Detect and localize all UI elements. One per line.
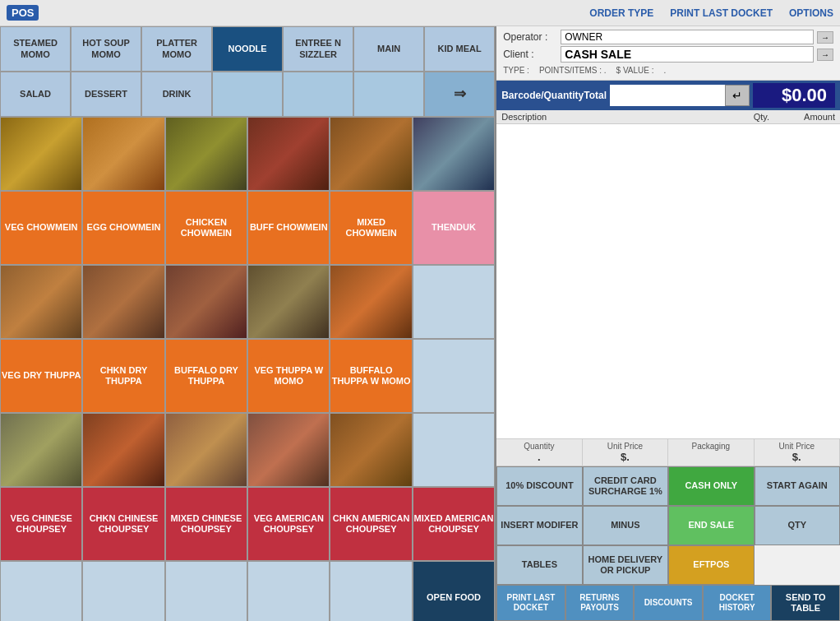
btn-10pct-discount[interactable]: 10% Discount <box>496 466 582 506</box>
client-row: Client : CASH SALE → <box>503 46 833 63</box>
product-empty-r7c2 <box>82 561 164 621</box>
btn-returns-payouts[interactable]: RETURNS PAYOUTS <box>565 585 635 621</box>
table-headers: Description Qty. Amount <box>496 110 840 124</box>
operator-value: OWNER <box>561 30 814 44</box>
barcode-label: Barcode/Quantity <box>501 90 584 101</box>
pos-logo[interactable]: POS <box>7 5 39 21</box>
cat-salad[interactable]: SALAD <box>0 72 71 117</box>
operator-info: Operator : OWNER → Client : CASH SALE → … <box>496 26 840 81</box>
product-image-7[interactable] <box>0 265 82 339</box>
product-image-12[interactable] <box>0 413 82 487</box>
product-image-3[interactable] <box>165 117 247 191</box>
product-empty-r4c6 <box>413 339 495 413</box>
btn-end-sale[interactable]: END SALE <box>668 506 754 545</box>
product-image-10[interactable] <box>247 265 330 339</box>
product-empty-r3c6 <box>413 265 495 339</box>
value-val: . <box>664 66 667 75</box>
product-image-15[interactable] <box>247 413 330 487</box>
product-buffalo-dry-thuppa[interactable]: BUFFALO DRY THUPPA <box>165 339 247 413</box>
product-mixed-chinese[interactable]: MIXED CHINESE CHOUPSEY <box>165 487 247 561</box>
qty-price-row: Quantity . Unit Price $. Packaging Unit … <box>496 439 840 466</box>
product-grid: VEG CHOWMEIN EGG CHOWMEIN CHICKEN CHOWME… <box>0 117 495 621</box>
product-veg-dry-thuppa[interactable]: VEG DRY THUPPA <box>0 339 82 413</box>
btn-docket-history[interactable]: DOCKET HISTORY <box>703 585 772 621</box>
packaging-cell: Packaging <box>668 439 754 466</box>
main-layout: STEAMED MOMO HOT SOUP MOMO PLATTER MOMO … <box>0 26 840 621</box>
unit-price-label: Unit Price <box>586 442 664 451</box>
cat-dessert[interactable]: DESSERT <box>71 72 141 117</box>
barcode-row: Barcode/Quantity Total ↵ $0.00 <box>496 81 840 110</box>
btn-start-again[interactable]: START AGAIN <box>755 466 840 506</box>
cat-platter-momo[interactable]: PLATTER MOMO <box>141 26 212 72</box>
unit-price-val: $. <box>586 451 664 463</box>
product-chkn-american[interactable]: CHKN AMERICAN CHOUPSEY <box>330 487 412 561</box>
product-image-8[interactable] <box>82 265 164 339</box>
nav-options[interactable]: OPTIONS <box>789 7 833 19</box>
product-chicken-chowmein[interactable]: CHICKEN CHOWMEIN <box>165 191 247 265</box>
btn-minus[interactable]: MINUS <box>583 506 668 545</box>
btn-eftpos[interactable]: EFTPOS <box>668 545 754 585</box>
type-label: TYPE : <box>503 66 529 75</box>
cat-arrow[interactable]: ⇒ <box>424 72 495 117</box>
product-buff-chowmein[interactable]: BUFF CHOWMEIN <box>247 191 330 265</box>
operator-label: Operator : <box>503 31 561 43</box>
btn-home-delivery[interactable]: HOME DELIVERY OR PICKUP <box>583 545 668 585</box>
qty-label: Quantity <box>500 442 578 451</box>
product-veg-american[interactable]: VEG AMERICAN CHOUPSEY <box>247 487 330 561</box>
cat-main[interactable]: MAIN <box>353 26 424 72</box>
client-arrow-btns: → <box>817 49 833 61</box>
right-panel: Operator : OWNER → Client : CASH SALE → … <box>495 26 840 621</box>
product-image-11[interactable] <box>330 265 412 339</box>
product-mixed-chowmein[interactable]: MIXED CHOWMEIN <box>330 191 412 265</box>
nav-order-type[interactable]: ORDER TYPE <box>589 7 653 19</box>
product-mixed-american[interactable]: MIXED AMERICAN CHOUPSEY <box>413 487 495 561</box>
value-label: $ VALUE : <box>616 66 654 75</box>
cat-drink[interactable]: DRINK <box>141 72 212 117</box>
product-image-14[interactable] <box>165 413 247 487</box>
btn-discounts[interactable]: DISCOUNTS <box>634 585 703 621</box>
client-arrow-btn[interactable]: → <box>817 49 833 61</box>
nav-links: ORDER TYPE PRINT LAST DOCKET OPTIONS <box>589 7 833 19</box>
order-items <box>496 124 840 439</box>
btn-tables[interactable]: TABLES <box>496 545 582 585</box>
btn-credit-surcharge[interactable]: Credit Card Surcharge 1% <box>583 466 668 506</box>
product-egg-chowmein[interactable]: EGG CHOWMEIN <box>82 191 164 265</box>
product-open-food[interactable]: OPEN FOOD <box>413 561 495 621</box>
bottom-row: PRINT LAST DOCKET RETURNS PAYOUTS DISCOU… <box>496 585 840 621</box>
btn-qty[interactable]: QTY <box>755 506 840 545</box>
cat-hot-soup-momo[interactable]: HOT SOUP MOMO <box>71 26 141 72</box>
product-image-9[interactable] <box>165 265 247 339</box>
product-image-2[interactable] <box>82 117 164 191</box>
btn-cash-only[interactable]: CASH ONLY <box>668 466 754 506</box>
enter-button[interactable]: ↵ <box>725 85 750 106</box>
product-image-5[interactable] <box>330 117 412 191</box>
btn-print-last-docket[interactable]: PRINT LAST DOCKET <box>496 585 565 621</box>
th-description: Description <box>501 112 720 122</box>
category-row-1: STEAMED MOMO HOT SOUP MOMO PLATTER MOMO … <box>0 26 495 72</box>
product-veg-chinese[interactable]: VEG CHINESE CHOUPSEY <box>0 487 82 561</box>
cat-entree-sizzler[interactable]: ENTREE N SIZZLER <box>283 26 353 72</box>
product-chkn-dry-thuppa[interactable]: CHKN DRY THUPPA <box>82 339 164 413</box>
op-arrow-btn-1[interactable]: → <box>817 31 833 44</box>
nav-print-last-docket[interactable]: PRINT LAST DOCKET <box>670 7 773 19</box>
cat-steamed-momo[interactable]: STEAMED MOMO <box>0 26 71 72</box>
product-image-13[interactable] <box>82 413 164 487</box>
cat-empty-2 <box>283 72 353 117</box>
cat-noodle[interactable]: NOODLE <box>212 26 283 72</box>
product-image-1[interactable] <box>0 117 82 191</box>
category-row-2: SALAD DESSERT DRINK ⇒ <box>0 72 495 117</box>
product-thenduk[interactable]: THENDUK <box>413 191 495 265</box>
product-image-4[interactable] <box>247 117 330 191</box>
product-image-16[interactable] <box>330 413 412 487</box>
btn-insert-modifier[interactable]: INSERT MODIFER <box>496 506 582 545</box>
unit-price2-cell: Unit Price $. <box>755 439 840 466</box>
product-veg-thuppa-momo[interactable]: VEG THUPPA W MOMO <box>247 339 330 413</box>
client-value: CASH SALE <box>561 46 814 63</box>
barcode-input[interactable] <box>610 85 725 106</box>
cat-kid-meal[interactable]: KID MEAL <box>424 26 495 72</box>
product-chkn-chinese[interactable]: CHKN CHINESE CHOUPSEY <box>82 487 164 561</box>
product-buffalo-thuppa-momo[interactable]: BUFFALO THUPPA W MOMO <box>330 339 412 413</box>
btn-send-to-table[interactable]: SEND TO TABLE <box>771 585 840 621</box>
product-image-6[interactable] <box>413 117 495 191</box>
product-veg-chowmein[interactable]: VEG CHOWMEIN <box>0 191 82 265</box>
